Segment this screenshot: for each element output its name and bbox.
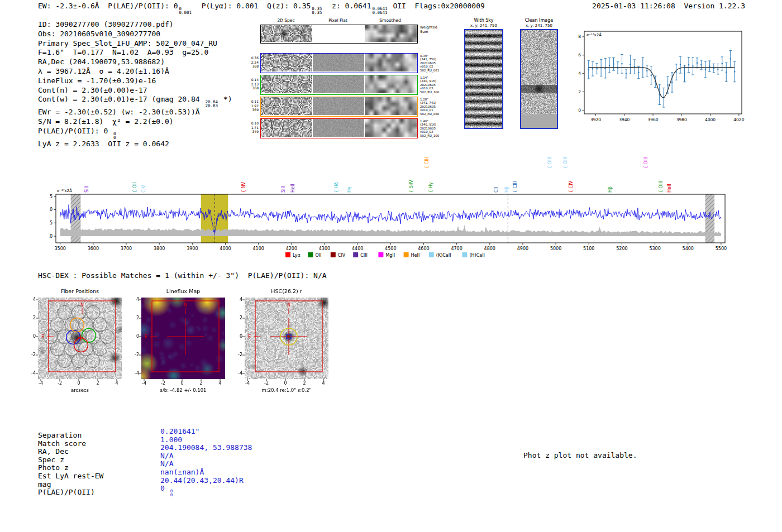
- spec2d-row: [260, 97, 418, 117]
- info-line: Cont(n) = 2.30(±0.00)e-17: [38, 86, 232, 95]
- y-axis-tick-label: 0: [127, 334, 139, 339]
- y-axis-tick-label: -2: [127, 352, 139, 357]
- cutout-caption: arcsecs: [32, 387, 127, 393]
- svg-text:HeII: HeII: [290, 184, 295, 193]
- noise-floor: [60, 225, 721, 236]
- svg-text:4900: 4900: [517, 246, 528, 251]
- y-axis-tick-label: -2: [230, 352, 242, 357]
- info-line: P(LAE)/P(OII): 0 00: [38, 127, 232, 140]
- with-sky-image: [465, 30, 502, 128]
- svg-text:3500: 3500: [55, 246, 66, 251]
- svg-text:N: N: [80, 303, 84, 308]
- info-line: Obs: 20210605v010_3090277700: [38, 30, 232, 39]
- svg-text:6: 6: [578, 52, 581, 57]
- info-line: Primary Spec_Slot_IFU_AMP: 502_070_047_R…: [38, 39, 232, 49]
- svg-text:3800: 3800: [154, 246, 165, 251]
- full-spectrum-plot: 3500360037003800390040004100420043004400…: [49, 150, 748, 262]
- svg-text:Hβ: Hβ: [608, 186, 613, 193]
- cutout-caption: s/b: -4.82 +/- 0.101: [136, 387, 231, 393]
- svg-text:5200: 5200: [616, 246, 627, 251]
- spec2d-row-right-labels: 1.28" (241, 741) 20210605 v010_01 502_RU…: [420, 98, 448, 116]
- spec2d-row-left-labels: 0.36 2.24 368: [246, 56, 259, 69]
- spec2d-col-header: Pixel Flat: [312, 18, 364, 23]
- stacked-value: 00: [170, 489, 173, 497]
- y-axis-tick-label: 4: [127, 297, 139, 302]
- y-axis-tick-label: -2: [23, 352, 36, 357]
- svg-text:{ OIII: { OIII: [643, 157, 649, 169]
- svg-text:{ NV: { NV: [241, 181, 246, 193]
- fiber-positions-overlay: NE: [38, 298, 122, 379]
- x-axis-tick-label: 0: [279, 381, 292, 386]
- svg-text:5000: 5000: [550, 246, 561, 251]
- spec2d-row-right-labels: 1.40" (240, 916) 20210605 v010_03 502_RU…: [420, 119, 448, 137]
- smooth-strip: [365, 54, 417, 71]
- spec2d-col-header: 2D Spec: [260, 18, 312, 23]
- hsc-r-overlay: NE: [245, 298, 328, 379]
- line-fit-zoom-plot: 39203940396039804000402002468e⁻¹⁷x2Å: [568, 23, 747, 124]
- header-summary: EW: -2.3±-0.6Å P(LAE)/P(OII): 000.001 P(…: [38, 2, 485, 15]
- svg-text:(K)CaII: (K)CaII: [436, 253, 451, 258]
- info-line: EWr = -2.30(±0.52) (w: -2.30(±0.53))Å: [38, 108, 232, 117]
- spec2d-row-left-labels: 0.14 2.13 368: [246, 78, 259, 90]
- phot-z-note: Phot z plot not available.: [523, 451, 637, 461]
- clean-image-panel: Clean Image x, y: 241, 750: [519, 18, 559, 129]
- center-cross: [78, 335, 83, 341]
- match-row-value: 204.190084, 53.988738: [160, 443, 252, 453]
- info-line: RA,Dec (204.190079,53.988682): [38, 57, 232, 67]
- svg-text:4400: 4400: [352, 246, 363, 251]
- x-axis-tick-label: -4: [137, 381, 151, 386]
- lineflux-map-cutout: Lineflux Map NE s/b: -4.82 +/- 0.101 -4-…: [141, 298, 225, 379]
- x-axis-tick-label: 2: [298, 381, 311, 386]
- y-axis-tick-label: -4: [230, 371, 242, 376]
- x-axis-tick-label: -2: [53, 381, 66, 386]
- svg-text:CIV: CIV: [338, 253, 346, 258]
- svg-text:OII: OII: [315, 253, 321, 258]
- svg-text:4700: 4700: [451, 246, 462, 251]
- svg-text:0.0: 0.0: [49, 234, 53, 239]
- svg-text:3940: 3940: [619, 117, 630, 122]
- svg-text:E: E: [41, 334, 44, 339]
- x-axis-tick-label: 0: [72, 381, 85, 386]
- cutout-caption: m:20.4 re:1.0" s:0.2": [239, 387, 334, 393]
- svg-text:CII: CII: [494, 187, 499, 193]
- x-axis-tick-label: 2: [194, 381, 208, 386]
- svg-text:{ CIII: { CIII: [513, 181, 518, 193]
- svg-text:Hβ: Hβ: [504, 186, 509, 193]
- svg-text:{ Hγ: { Hγ: [428, 182, 433, 193]
- x-axis-tick-label: -2: [260, 381, 273, 386]
- y-axis-tick-label: 2: [230, 315, 242, 320]
- svg-text:5500: 5500: [716, 246, 727, 251]
- spec2d-row-left-labels: 0.11 1.97 369: [246, 99, 259, 112]
- weighted-sum-row: [260, 25, 418, 44]
- weighted-sum-label: Weighted Sum: [420, 26, 448, 34]
- svg-text:2.5: 2.5: [49, 221, 53, 226]
- svg-text:{ OII: { OII: [132, 182, 137, 193]
- info-line: LyA z = 2.2633 OII z = 0.0642: [38, 140, 232, 149]
- svg-text:4: 4: [578, 71, 581, 76]
- zoom-errorbars: [587, 50, 736, 107]
- svg-text:CIII: CIII: [360, 253, 368, 258]
- svg-text:e⁻¹⁷x2Å: e⁻¹⁷x2Å: [57, 188, 72, 193]
- svg-text:Lyα: Lyα: [293, 253, 301, 258]
- x-axis-tick-label: 4: [110, 381, 123, 386]
- svg-text:5100: 5100: [583, 246, 594, 251]
- svg-text:E: E: [248, 334, 251, 339]
- stacked-value: 00.001: [179, 7, 192, 15]
- hsc-dex-match-line: HSC-DEX : Possible Matches = 1 (within +…: [38, 271, 327, 281]
- smooth-strip: [365, 75, 417, 93]
- flat-strip: [313, 119, 364, 137]
- svg-text:Hγ: Hγ: [347, 186, 352, 193]
- svg-text:3700: 3700: [121, 246, 132, 251]
- svg-text:4300: 4300: [319, 246, 330, 251]
- hsc-r-cutout: HSC(26.2) r NE m:20.4 re:1.0" s:0.2" -4-…: [245, 298, 328, 379]
- svg-text:e⁻¹⁷x2Å: e⁻¹⁷x2Å: [586, 32, 602, 37]
- with-sky-coords: x, y: 241, 750: [464, 23, 504, 28]
- detection-info-block: ID: 3090277700 (3090277700.pdf)Obs: 2021…: [38, 20, 232, 149]
- svg-text:4100: 4100: [252, 246, 264, 251]
- y-axis-tick-label: 0: [23, 334, 36, 339]
- y-axis-tick-label: -4: [127, 371, 139, 376]
- svg-text:{ OIII: { OIII: [659, 181, 664, 193]
- spec2d-panel: 2D Spec Pixel Flat Smoothed Weighted Sum…: [260, 18, 450, 142]
- y-axis-tick-label: 4: [23, 297, 36, 302]
- y-axis-tick-label: 4: [230, 297, 242, 302]
